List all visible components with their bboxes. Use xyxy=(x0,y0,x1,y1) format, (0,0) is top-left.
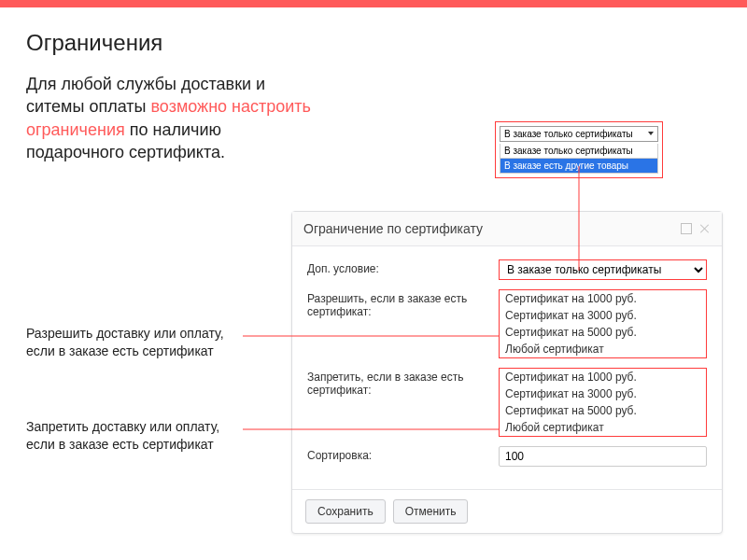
label-deny-cert: Запретить, если в заказе есть сертификат… xyxy=(307,368,499,397)
intro-text: Для любой службы доставки и ситемы оплат… xyxy=(26,73,316,163)
list-item[interactable]: Сертификат на 3000 руб. xyxy=(500,385,706,402)
note-deny: Запретить доставку или оплату, если в за… xyxy=(26,418,232,454)
dialog-footer: Сохранить Отменить xyxy=(292,489,722,533)
list-item[interactable]: Любой сертификат xyxy=(500,341,706,357)
cancel-button[interactable]: Отменить xyxy=(393,499,469,524)
save-button[interactable]: Сохранить xyxy=(305,499,386,524)
label-sort: Сортировка: xyxy=(307,446,499,462)
dialog-body: Доп. условие: В заказе только сертификат… xyxy=(292,246,722,489)
list-item[interactable]: Сертификат на 5000 руб. xyxy=(500,324,706,341)
page-title: Ограничения xyxy=(26,30,721,56)
note-allow: Разрешить доставку или оплату, если в за… xyxy=(26,325,232,360)
list-item[interactable]: Сертификат на 5000 руб. xyxy=(500,402,706,419)
dialog-header: Ограничение по сертификату xyxy=(292,212,722,246)
dialog-restriction: Ограничение по сертификату Доп. условие:… xyxy=(291,211,723,534)
maximize-icon[interactable] xyxy=(681,223,692,234)
top-accent-bar xyxy=(0,0,747,7)
close-icon[interactable] xyxy=(699,223,711,234)
dropdown-option[interactable]: В заказе только сертификаты xyxy=(500,144,658,159)
list-item[interactable]: Сертификат на 1000 руб. xyxy=(500,290,706,307)
dropdown-illustration: В заказе только сертификаты В заказе тол… xyxy=(495,121,663,178)
listbox-deny[interactable]: Сертификат на 1000 руб. Сертификат на 30… xyxy=(499,368,707,437)
dialog-title: Ограничение по сертификату xyxy=(303,221,673,236)
label-allow-cert: Разрешить, если в заказе есть сертификат… xyxy=(307,289,499,318)
input-sort[interactable] xyxy=(499,446,707,467)
listbox-allow[interactable]: Сертификат на 1000 руб. Сертификат на 30… xyxy=(499,289,707,358)
dropdown-option[interactable]: В заказе есть другие товары xyxy=(500,159,658,174)
list-item[interactable]: Сертификат на 3000 руб. xyxy=(500,307,706,324)
select-extra-condition[interactable]: В заказе только сертификаты xyxy=(499,259,707,280)
dropdown-selected[interactable]: В заказе только сертификаты xyxy=(500,126,658,142)
list-item[interactable]: Любой сертификат xyxy=(500,419,706,436)
list-item[interactable]: Сертификат на 1000 руб. xyxy=(500,369,706,385)
label-extra-condition: Доп. условие: xyxy=(307,259,499,275)
